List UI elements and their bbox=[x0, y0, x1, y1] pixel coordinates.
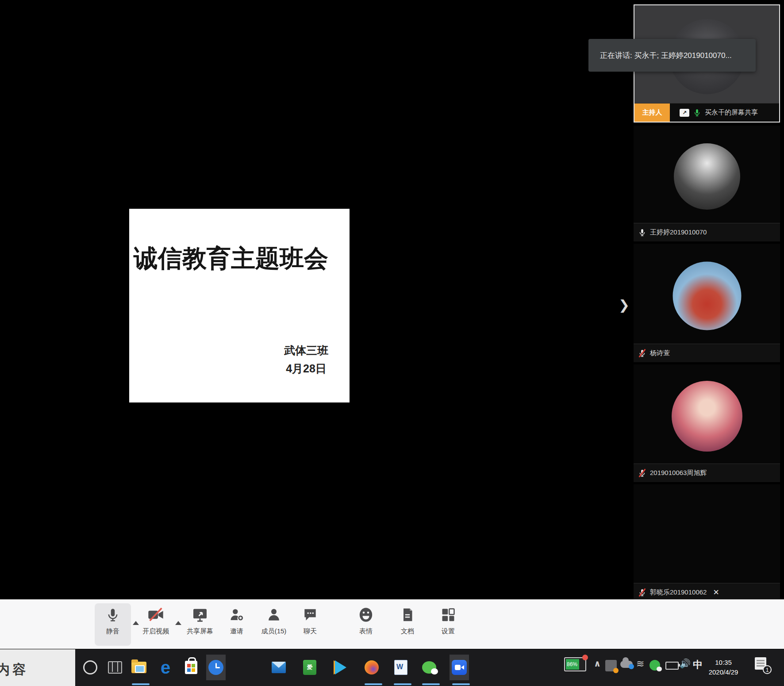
slide-title: 诚信教育主题班会 bbox=[129, 209, 350, 275]
taskbar-clock[interactable]: 10:35 2020/4/29 bbox=[706, 654, 741, 681]
share-screen-label: 共享屏幕 bbox=[187, 627, 213, 636]
microsoft-store-icon[interactable] bbox=[181, 655, 201, 680]
microphone-icon bbox=[105, 603, 120, 626]
ime-indicator[interactable]: 中 bbox=[693, 658, 703, 671]
mic-icon bbox=[638, 228, 646, 237]
edge-icon[interactable]: e bbox=[156, 655, 175, 680]
name-bar: 王婷婷2019010070 bbox=[634, 223, 780, 241]
chat-button[interactable]: 聊天 bbox=[295, 603, 326, 646]
meeting-toolbar: 静音 开启视频 共享屏幕 bbox=[0, 599, 784, 649]
mute-label: 静音 bbox=[106, 627, 119, 636]
tencent-meeting-icon[interactable] bbox=[450, 655, 469, 680]
document-icon bbox=[400, 603, 415, 626]
presenter-label: 买永干的屏幕共享 bbox=[705, 108, 758, 117]
action-center-badge: 1 bbox=[763, 665, 772, 674]
speaking-tooltip-text: 正在讲话: 买永干; 王婷婷2019010070... bbox=[600, 50, 732, 61]
mute-button[interactable]: 静音 bbox=[95, 603, 131, 646]
members-icon bbox=[265, 603, 282, 626]
clock-time: 10:35 bbox=[715, 658, 732, 668]
meeting-app-window: 诚信教育主题班会 武体三班 4月28日 主持人 ↗ 买永干的屏幕共享 bbox=[0, 0, 784, 686]
share-screen-icon bbox=[191, 603, 209, 626]
cloud-sync-icon[interactable] bbox=[620, 661, 633, 668]
members-label: 成员(15) bbox=[261, 627, 287, 636]
green-app-icon[interactable]: 爱 bbox=[300, 655, 319, 680]
chat-label: 聊天 bbox=[304, 627, 317, 636]
reactions-label: 表情 bbox=[359, 627, 373, 636]
mic-muted-icon bbox=[638, 469, 646, 477]
invite-label: 邀请 bbox=[230, 627, 243, 636]
presenter-name-bar: 主持人 ↗ 买永干的屏幕共享 bbox=[634, 103, 779, 122]
chat-icon bbox=[302, 603, 319, 626]
start-video-label: 开启视频 bbox=[142, 627, 169, 636]
task-view-icon[interactable] bbox=[105, 655, 125, 680]
settings-label: 设置 bbox=[442, 627, 455, 636]
mic-active-icon bbox=[693, 108, 701, 117]
speaking-tooltip: 正在讲话: 买永干; 王婷婷2019010070... bbox=[588, 39, 756, 72]
slide-date: 4月28日 bbox=[284, 360, 328, 378]
invite-button[interactable]: 邀请 bbox=[221, 603, 252, 646]
settings-button[interactable]: 设置 bbox=[433, 603, 464, 646]
meeting-running-indicator bbox=[452, 683, 470, 685]
battery-status-icon[interactable] bbox=[665, 662, 679, 670]
avatar bbox=[672, 381, 742, 452]
name-bar: 郭晓乐2019010062 ✕ bbox=[634, 583, 780, 602]
smiley-icon bbox=[357, 603, 375, 626]
participant-label: 杨诗萱 bbox=[650, 349, 670, 357]
cortana-icon[interactable] bbox=[81, 655, 100, 680]
participant-panel: 主持人 ↗ 买永干的屏幕共享 王婷婷2019010070 bbox=[634, 0, 780, 602]
mic-muted-icon bbox=[638, 588, 646, 597]
action-center-icon[interactable]: 1 bbox=[755, 657, 770, 672]
video-options-caret[interactable] bbox=[175, 621, 181, 625]
speaker-icon[interactable]: 🔊 bbox=[680, 658, 691, 669]
camera-off-icon bbox=[146, 603, 165, 626]
word-running-indicator bbox=[394, 683, 411, 685]
screen-share-icon: ↗ bbox=[680, 109, 689, 117]
hidden-icons-chevron[interactable]: ∧ bbox=[594, 658, 601, 669]
clock-date: 2020/4/29 bbox=[709, 667, 738, 678]
file-explorer-running-indicator bbox=[132, 683, 150, 685]
docs-label: 文档 bbox=[401, 627, 414, 636]
video-player-icon[interactable] bbox=[331, 655, 350, 680]
video-tile[interactable]: 郭晓乐2019010062 ✕ bbox=[634, 484, 780, 602]
reactions-button[interactable]: 表情 bbox=[350, 603, 381, 646]
participant-label: 郭晓乐2019010062 bbox=[650, 588, 707, 597]
start-video-button[interactable]: 开启视频 bbox=[138, 603, 173, 646]
slide-class-name: 武体三班 bbox=[284, 341, 328, 360]
wechat-running-indicator bbox=[422, 683, 440, 685]
panel-collapse-chevron-icon[interactable]: ❯ bbox=[619, 297, 630, 313]
wechat-icon[interactable] bbox=[419, 655, 439, 680]
shared-slide: 诚信教育主题班会 武体三班 4月28日 bbox=[129, 209, 350, 402]
name-bar: 2019010063周旭辉 bbox=[634, 464, 780, 482]
members-button[interactable]: 成员(15) bbox=[256, 603, 292, 646]
background-window-title: 内容 bbox=[0, 661, 28, 679]
word-icon[interactable] bbox=[391, 655, 411, 680]
avatar bbox=[673, 261, 741, 330]
background-window-fragment[interactable]: 内容 bbox=[0, 649, 75, 686]
avatar bbox=[674, 143, 740, 210]
mic-muted-icon bbox=[638, 349, 646, 357]
video-tile[interactable]: 王婷婷2019010070 bbox=[634, 126, 780, 241]
participant-label: 2019010063周旭辉 bbox=[650, 469, 707, 477]
wechat-tray-icon[interactable] bbox=[649, 660, 660, 671]
tray-app-badge-icon[interactable] bbox=[605, 660, 617, 671]
file-explorer-icon[interactable] bbox=[129, 655, 149, 680]
video-tile[interactable]: 杨诗萱 bbox=[634, 244, 780, 362]
name-bar: 杨诗萱 bbox=[634, 344, 780, 362]
share-screen-button[interactable]: 共享屏幕 bbox=[181, 603, 219, 646]
close-icon[interactable]: ✕ bbox=[713, 588, 719, 597]
battery-percent: 86% bbox=[567, 661, 577, 667]
firefox-icon[interactable] bbox=[362, 655, 381, 680]
participant-label: 王婷婷2019010070 bbox=[650, 228, 707, 237]
docs-button[interactable]: 文档 bbox=[392, 603, 423, 646]
avatar bbox=[674, 503, 740, 569]
slide-subtitle: 武体三班 4月28日 bbox=[284, 341, 328, 378]
invite-icon bbox=[228, 603, 245, 626]
layout-grid-icon bbox=[440, 603, 457, 626]
host-badge: 主持人 bbox=[634, 103, 670, 122]
clock-app-icon[interactable] bbox=[206, 655, 226, 680]
mail-icon[interactable] bbox=[269, 655, 288, 680]
notification-dot bbox=[582, 655, 588, 660]
wifi-icon[interactable]: ≋ bbox=[636, 658, 644, 670]
battery-manager-icon[interactable]: 86% bbox=[564, 657, 586, 671]
video-tile[interactable]: 2019010063周旭辉 bbox=[634, 364, 780, 482]
